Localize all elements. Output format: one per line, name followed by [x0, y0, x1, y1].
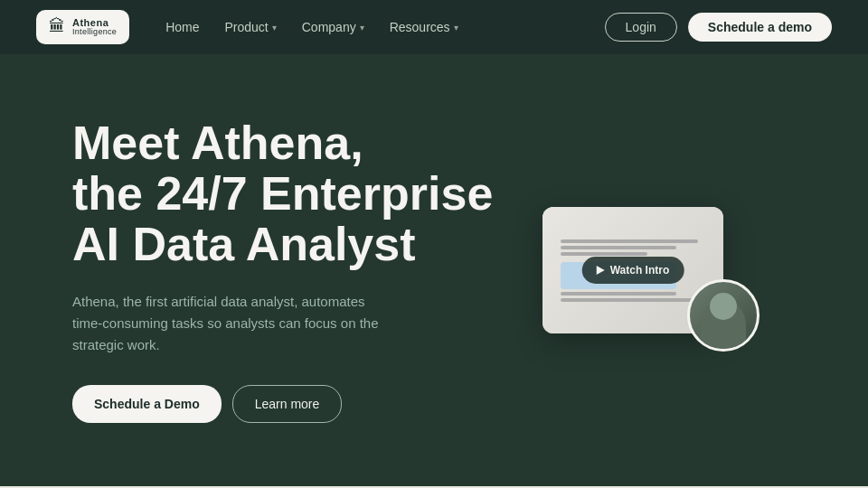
hero-buttons: Schedule a Demo Learn more [72, 385, 506, 423]
nav-actions: Login Schedule a demo [605, 13, 832, 42]
login-button[interactable]: Login [605, 13, 677, 42]
screenshot-line-4 [561, 292, 676, 296]
screenshot-line-3 [561, 252, 647, 256]
product-chevron-icon: ▾ [272, 23, 277, 33]
nav-company[interactable]: Company ▾ [302, 20, 364, 34]
screenshot-line-2 [561, 246, 676, 249]
hero-title: Meet Athena, the 24/7 Enterprise AI Data… [72, 117, 506, 269]
company-chevron-icon: ▾ [360, 23, 364, 33]
logo-text: Athena Intelligence [72, 17, 117, 37]
schedule-demo-nav-button[interactable]: Schedule a demo [688, 13, 832, 42]
navbar: 🏛 Athena Intelligence Home Product ▾ Com… [0, 0, 868, 54]
hero-section: Meet Athena, the 24/7 Enterprise AI Data… [0, 54, 868, 486]
resources-chevron-icon: ▾ [454, 23, 458, 33]
hero-subtitle: Athena, the first artificial data analys… [72, 291, 380, 356]
avatar-head [710, 293, 737, 320]
logo-icon: 🏛 [49, 17, 65, 36]
screenshot-line-5 [561, 298, 698, 302]
screenshot-line-1 [561, 239, 698, 243]
hero-visual: Watch Intro [542, 207, 741, 333]
nav-resources[interactable]: Resources ▾ [390, 20, 458, 34]
nav-product[interactable]: Product ▾ [225, 20, 277, 34]
logo[interactable]: 🏛 Athena Intelligence [36, 10, 129, 44]
schedule-demo-hero-button[interactable]: Schedule a Demo [72, 385, 222, 423]
play-icon [597, 266, 605, 275]
nav-home[interactable]: Home [165, 20, 199, 34]
nav-links: Home Product ▾ Company ▾ Resources ▾ [165, 20, 604, 34]
watch-intro-button[interactable]: Watch Intro [582, 257, 684, 284]
learn-more-button[interactable]: Learn more [232, 385, 343, 423]
avatar [687, 279, 760, 352]
hero-content: Meet Athena, the 24/7 Enterprise AI Data… [72, 117, 506, 423]
